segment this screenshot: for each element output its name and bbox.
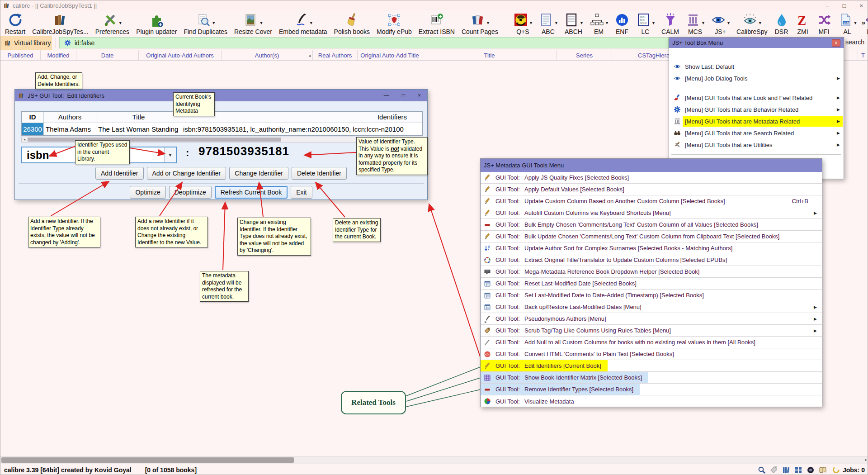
column-header-authors[interactable]: Authors: [44, 112, 96, 123]
dropdown-caret-icon[interactable]: ▾: [652, 20, 655, 25]
scrollbar-thumb[interactable]: [28, 138, 281, 142]
toolbar-button-calibrespy[interactable]: ▾CalibreSpy: [736, 12, 767, 35]
menu-item-add-null-to-all-custom-columns-for-books-with-no-existing-real-values-in-them-all-books[interactable]: GUI Tool:Add Null to all Custom Columns …: [481, 337, 822, 348]
dialog-titlebar[interactable]: JS+ GUI Tool: Edit Identifiers — □ ×: [15, 90, 427, 101]
dropdown-caret-icon[interactable]: ▾: [119, 20, 122, 25]
add-identifier-button[interactable]: Add Identifier: [95, 167, 144, 180]
dropdown-caret-icon[interactable]: ▾: [530, 20, 532, 25]
menu-item-extract-original-title-translator-to-update-custom-columns-selected-epubs[interactable]: GUI Tool:Extract Original Title/Translat…: [481, 254, 822, 266]
table-row[interactable]: 26300 Thelma Adams The Last Woman Standi…: [22, 123, 422, 135]
dialog-minimize-button[interactable]: —: [384, 92, 389, 99]
toolbar-button-calm[interactable]: CALM: [661, 12, 679, 35]
toolbar-button-resize-cover[interactable]: ▾Resize Cover: [234, 12, 272, 35]
column-header-real-authors[interactable]: Real Authors: [313, 50, 358, 60]
toolbar-button-abch[interactable]: ▾ABCH: [564, 12, 583, 35]
toolbar-button-count-pages[interactable]: ▾Count Pages: [462, 12, 498, 35]
scrollbar-thumb[interactable]: [1, 457, 294, 463]
column-header-id[interactable]: ID: [22, 112, 44, 123]
menu-item-menu-gui-tools-that-are-behavior-related[interactable]: [Menu] GUI Tools that are Behavior Relat…: [669, 104, 844, 115]
column-header-original-auto-add-title[interactable]: Original Auto-Add Title: [358, 50, 422, 60]
menu-item-show-book-identifier-matrix-selected-books[interactable]: GUI Tool:Show Book-Identifier Matrix [Se…: [481, 372, 822, 384]
refresh-current-book-button[interactable]: Refresh Current Book: [215, 186, 288, 199]
toolbar-button-modify-epub[interactable]: Modify ePub: [377, 12, 412, 35]
toolbar-button-calibrejobspytes[interactable]: CalibreJobSpyTes...: [32, 12, 89, 35]
dropdown-caret-icon[interactable]: ▾: [260, 20, 262, 25]
main-horizontal-scrollbar[interactable]: ◂ ▸: [0, 456, 868, 464]
toolbar-button-enf[interactable]: ENF: [615, 12, 629, 35]
dropdown-caret-icon[interactable]: ▾: [759, 20, 761, 25]
delete-identifier-button[interactable]: Delete Identifier: [292, 167, 347, 180]
toolbar-overflow-button[interactable]: »: [862, 19, 865, 26]
search-input[interactable]: id:false: [59, 37, 669, 48]
toolbar-button-zmi[interactable]: ZZMI: [796, 12, 810, 35]
identifier-value[interactable]: 9781503935181: [198, 144, 289, 158]
menu-item-menu-gui-tools-that-are-utilities[interactable]: [Menu] GUI Tools that are Utilities▶: [669, 139, 844, 151]
toolbar-button-plugin-updater[interactable]: Plugin updater: [136, 12, 177, 35]
column-header-series[interactable]: Series: [557, 50, 612, 60]
toolbar-button-mcs[interactable]: ▾MCS: [686, 12, 704, 35]
toolbox-menu-titlebar[interactable]: JS+ Tool Box Menu x: [669, 38, 844, 48]
column-header-original-auto-add-authors[interactable]: Original Auto-Add Authors: [139, 50, 222, 60]
menu-item-bulk-update-chosen-comments-long-text-custom-column-from-clipboard-text-selected-books[interactable]: GUI Tool:Bulk Update Chosen 'Comments/Lo…: [481, 231, 822, 242]
menu-item-remove-identifier-types-selected-books[interactable]: GUI Tool:Remove Identifier Types [Select…: [481, 384, 822, 395]
menu-item-menu-job-dialog-tools[interactable]: [Menu] Job Dialog Tools▶: [669, 72, 844, 84]
change-identifier-button[interactable]: Change Identifier: [229, 167, 288, 180]
menu-item-reset-last-modified-date-selected-books[interactable]: GUI Tool:Reset Last-Modified Date [Selec…: [481, 278, 822, 290]
exit-button[interactable]: Exit: [291, 186, 312, 199]
cell-title[interactable]: The Last Woman Standing: [96, 123, 181, 135]
dropdown-caret-icon[interactable]: ▾: [854, 20, 857, 25]
toolbar-button-embed-metadata[interactable]: ▾Embed metadata: [279, 12, 327, 35]
toolbar-button-mfi[interactable]: MFI: [817, 12, 831, 35]
toolbar-button-dsr[interactable]: DSR: [774, 12, 789, 35]
cell-identifiers[interactable]: isbn:9781503935181, lc_authority_name:n2…: [181, 123, 406, 135]
dropdown-caret-icon[interactable]: ▾: [310, 20, 312, 25]
menu-item-apply-default-values-selected-books[interactable]: GUI Tool:Apply Default Values [Selected …: [481, 184, 822, 195]
column-header-modified[interactable]: Modified: [41, 50, 76, 60]
menu-item-update-author-sort-for-complex-surnames-selected-books-matching-authors[interactable]: GUI Tool:Update Author Sort for Complex …: [481, 242, 822, 254]
dropdown-caret-icon[interactable]: ▾: [606, 20, 608, 25]
menu-item-show-last-default[interactable]: Show Last: Default: [669, 61, 844, 72]
add-or-change-identifier-button[interactable]: Add or Change Identifier: [147, 167, 226, 180]
menu-item-back-up-restore-last-modified-dates-menu[interactable]: GUI Tool:Back up/Restore Last-Modified D…: [481, 301, 822, 313]
column-header-t[interactable]: T: [858, 50, 868, 60]
popup-close-button[interactable]: x: [832, 39, 840, 47]
optimize-button[interactable]: Optimize: [130, 186, 165, 199]
toolbar-button-polish-books[interactable]: Polish books: [334, 12, 370, 35]
column-header-date[interactable]: Date: [76, 50, 139, 60]
column-header-title[interactable]: Title: [96, 112, 181, 123]
column-header-title[interactable]: Title: [422, 50, 557, 60]
toolbar-button-abc[interactable]: ▾ABC: [539, 12, 557, 35]
dropdown-caret-icon[interactable]: ▾: [702, 20, 704, 25]
menu-item-set-last-modified-date-to-date-added-timestamp-selected-books[interactable]: GUI Tool:Set Last-Modified Date to Date-…: [481, 290, 822, 301]
gear-icon[interactable]: [64, 39, 71, 46]
column-header-published[interactable]: Published: [0, 50, 41, 60]
menu-item-update-custom-column-based-on-another-custom-column-selected-books[interactable]: GUI Tool:Update Custom Column Based on A…: [481, 195, 822, 207]
minimize-button[interactable]: –: [826, 2, 829, 9]
dropdown-caret-icon[interactable]: ▾: [555, 20, 557, 25]
toolbar-button-q-s[interactable]: ▾Q+S: [514, 12, 532, 35]
dialog-maximize-button[interactable]: □: [402, 92, 405, 99]
jobs-indicator[interactable]: Jobs: 0: [832, 466, 865, 474]
menu-item-apply-js-quality-fixes-selected-books[interactable]: GUI Tool:Apply JS Quality Fixes [Selecte…: [481, 172, 822, 184]
dialog-close-button[interactable]: ×: [418, 92, 421, 99]
dropdown-caret-icon[interactable]: ▾: [212, 20, 215, 25]
scroll-right-icon[interactable]: ▸: [865, 457, 867, 462]
toolbar-button-find-duplicates[interactable]: ▾Find Duplicates: [184, 12, 227, 35]
cell-book-id[interactable]: 26300: [22, 123, 44, 135]
menu-item-visualize-metadata[interactable]: GUI Tool:Visualize Metadata: [481, 395, 822, 407]
close-button[interactable]: ×: [859, 2, 863, 9]
menu-item-mega-metadata-reference-book-dropdown-helper-selected-book[interactable]: GUI Tool:Mega-Metadata Reference Book Dr…: [481, 266, 822, 278]
toolbar-button-lc[interactable]: DDCLCCOCLC▾LC: [636, 12, 655, 35]
menu-item-menu-gui-tools-that-are-metadata-related[interactable]: [Menu] GUI Tools that are Metadata Relat…: [669, 115, 844, 127]
dropdown-caret-icon[interactable]: ▾: [580, 20, 583, 25]
menu-item-menu-gui-tools-that-are-search-related[interactable]: [Menu] GUI Tools that are Search Related…: [669, 127, 844, 139]
dropdown-caret-icon[interactable]: ▾: [487, 20, 489, 25]
toolbar-button-restart[interactable]: Restart: [5, 12, 25, 35]
scroll-left-icon[interactable]: ◂: [22, 137, 27, 142]
menu-item-autofill-custom-columns-via-keyboard-shortcuts-menu[interactable]: GUI Tool:Autofill Custom Columns via Key…: [481, 207, 822, 219]
dropdown-caret-icon[interactable]: ▾: [727, 20, 730, 25]
toolbar-button-al[interactable]: LOG▾AL: [838, 12, 857, 35]
menu-item-scrub-tag-tag-like-columns-using-rules-tables-menu[interactable]: GUI Tool:Scrub Tag/Tag-Like Columns Usin…: [481, 325, 822, 337]
menu-item-menu-gui-tools-that-are-look-and-feel-related[interactable]: [Menu] GUI Tools that are Look and Feel …: [669, 92, 844, 104]
toolbar-button-js[interactable]: ▾JS+: [711, 12, 730, 35]
